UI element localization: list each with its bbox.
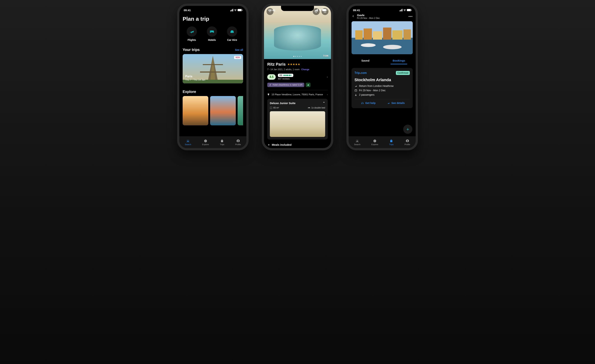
hotel-address: 15 Place Vendôme, Louvre, 75001 Paris, F… <box>271 93 323 96</box>
profile-icon <box>406 139 409 143</box>
cleanliness-text: Hotel cleanliness is rated 5.0/5 <box>273 84 302 86</box>
svg-point-16 <box>268 94 269 95</box>
back-button[interactable] <box>352 14 355 19</box>
nav-search[interactable]: Search <box>185 139 191 145</box>
change-link[interactable]: Change <box>301 68 309 71</box>
cleanliness-badge[interactable]: Hotel cleanliness is rated 5.0/5 <box>267 83 304 87</box>
svg-rect-23 <box>364 29 372 40</box>
hotel-name: Ritz Paris <box>267 62 286 67</box>
explore-card[interactable] <box>210 96 236 125</box>
airplane-icon <box>354 85 357 87</box>
category-label: Flights <box>188 38 196 41</box>
header-dates: Fri 29 Nov - Mon 2 Dec <box>357 17 380 19</box>
review-count: 807 reviews <box>278 78 293 80</box>
calendar-icon <box>354 89 357 92</box>
explore-card[interactable] <box>183 96 208 125</box>
nav-label: Trips <box>389 143 394 145</box>
room-area: 65 m² <box>273 107 279 109</box>
bed-icon <box>308 107 310 109</box>
plus-icon: + <box>406 127 409 132</box>
see-all-link[interactable]: See all <box>235 48 243 51</box>
nav-label: Explore <box>202 143 209 145</box>
status-bar: 09:41 <box>264 6 331 13</box>
tab-saved[interactable]: Saved <box>349 57 382 64</box>
tripadvisor-badge <box>278 74 293 77</box>
category-hotels[interactable]: Hotels <box>207 26 217 41</box>
status-indicators <box>230 9 242 11</box>
compass-icon <box>373 139 377 143</box>
status-bar: 09:41 <box>179 6 246 13</box>
get-help-button[interactable]: Get help <box>354 99 382 107</box>
tab-bookings[interactable]: Bookings <box>382 57 416 64</box>
spray-icon <box>269 84 271 86</box>
room-name: Deluxe Junior Suite <box>270 101 296 105</box>
address-row[interactable]: 15 Place Vendôme, Louvre, 75001 Paris, F… <box>267 93 328 96</box>
booking-card[interactable]: Trip.com Confirmed Stockholm Arlanda Ret… <box>352 68 413 108</box>
owl-icon <box>279 74 282 76</box>
destination-image[interactable] <box>352 21 413 54</box>
chevron-right-icon: › <box>327 93 328 96</box>
rating-score: 4.5 <box>267 74 276 80</box>
svg-rect-17 <box>308 108 310 108</box>
svg-rect-19 <box>309 107 310 108</box>
reviews-row[interactable]: 4.5 807 reviews › <box>267 74 328 80</box>
nav-explore[interactable]: Explore <box>371 139 378 145</box>
room-card[interactable]: Deluxe Junior Suite ⌃ 65 m² 1x double be… <box>267 99 328 139</box>
provider-logo: Trip.com <box>354 71 367 75</box>
trip-card-paris[interactable]: NEW Paris Thu 7 - Thu 14 Jan <box>183 54 243 83</box>
status-badge: Confirmed <box>396 71 410 75</box>
svg-rect-30 <box>355 90 357 92</box>
more-button[interactable]: ••• <box>409 15 413 18</box>
svg-rect-21 <box>352 38 413 54</box>
header-city: Gavle <box>357 14 380 17</box>
headset-icon <box>361 102 364 105</box>
explore-card[interactable] <box>238 96 243 125</box>
hotel-hero-image[interactable]: 7/196 <box>264 6 331 59</box>
thumbs-up-button[interactable] <box>306 83 311 87</box>
car-icon <box>227 26 237 37</box>
booking-title: Stockholm Arlanda <box>354 78 410 82</box>
area-icon <box>270 107 272 109</box>
tabs: Saved Bookings <box>349 57 416 64</box>
nav-label: Profile <box>235 143 241 145</box>
category-flights[interactable]: Flights <box>187 26 197 41</box>
date-guests-summary: 7 - 14 Jan 2021, 2 adults, 1 room <box>267 68 299 71</box>
svg-rect-26 <box>392 30 403 40</box>
chevron-right-icon: › <box>327 75 328 79</box>
nav-profile[interactable]: Profile <box>235 139 241 145</box>
category-carhire[interactable]: Car Hire <box>227 26 237 41</box>
svg-rect-24 <box>373 31 382 40</box>
svg-rect-27 <box>403 29 411 40</box>
status-bar: 09:41 <box>349 6 416 13</box>
booking-route: Return from London Heathrow <box>354 85 410 87</box>
nav-search[interactable]: Search <box>354 139 361 145</box>
sun-icon <box>355 139 359 143</box>
suitcase-icon <box>390 139 393 143</box>
nav-trips[interactable]: Trips <box>220 139 224 145</box>
meals-row[interactable]: + Meals included <box>267 143 328 146</box>
person-icon <box>354 93 357 96</box>
nav-profile[interactable]: Profile <box>404 139 410 145</box>
svg-rect-9 <box>221 140 223 142</box>
svg-rect-5 <box>200 71 226 72</box>
nav-trips[interactable]: Trips <box>389 139 394 145</box>
your-trips-heading: Your trips <box>183 48 200 52</box>
category-label: Hotels <box>208 38 216 41</box>
image-counter: 7/196 <box>323 55 328 57</box>
chevron-up-icon: ⌃ <box>323 101 325 105</box>
svg-rect-25 <box>383 28 391 40</box>
add-fab[interactable]: + <box>403 125 412 134</box>
airplane-icon <box>187 26 197 37</box>
svg-rect-4 <box>203 64 223 65</box>
see-details-button[interactable]: See details <box>382 99 410 107</box>
nav-label: Profile <box>404 143 410 145</box>
booking-passengers: 2 passengers <box>354 93 410 96</box>
svg-point-29 <box>383 45 402 49</box>
svg-point-18 <box>308 107 309 108</box>
bottom-nav: Search Explore Trips Profile <box>349 136 416 148</box>
meals-label: Meals included <box>272 143 292 146</box>
room-image[interactable] <box>270 111 325 137</box>
airplane-icon <box>387 102 390 105</box>
suitcase-icon <box>220 139 224 143</box>
nav-explore[interactable]: Explore <box>202 139 209 145</box>
